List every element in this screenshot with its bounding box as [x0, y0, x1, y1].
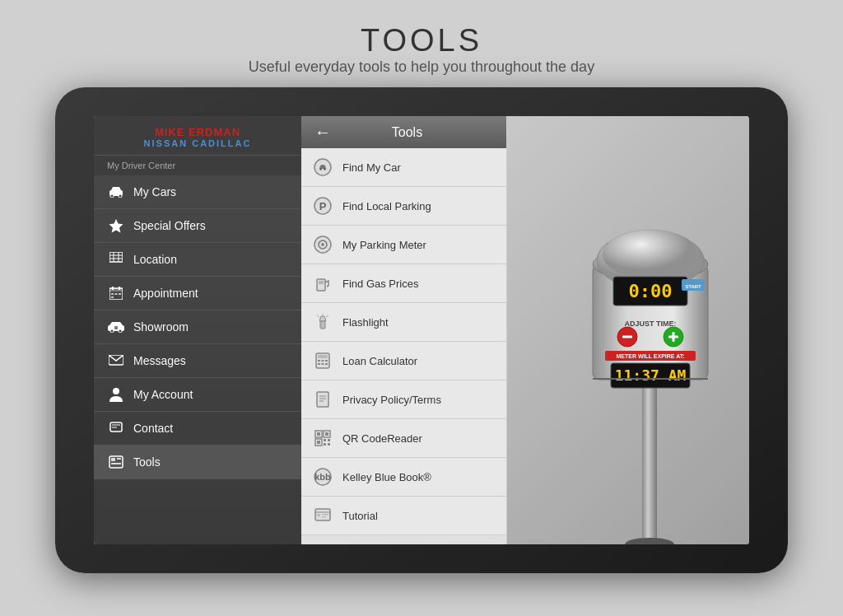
- sidebar-item-my-account[interactable]: My Account: [94, 378, 301, 412]
- svg-point-33: [319, 168, 321, 170]
- svg-point-3: [119, 194, 122, 198]
- svg-rect-5: [109, 252, 123, 262]
- sidebar-label-location: Location: [133, 253, 177, 266]
- brand-name-line2: NISSAN CADILLAC: [144, 138, 252, 148]
- svg-text:ADJUST TIME:: ADJUST TIME:: [625, 320, 677, 328]
- svg-rect-29: [111, 458, 115, 461]
- svg-rect-11: [109, 288, 123, 292]
- sidebar: MIKE ERDMAN NISSAN CADILLAC My Driver Ce…: [94, 116, 301, 544]
- svg-rect-15: [115, 293, 118, 295]
- tool-label-kelley-blue-book: Kelley Blue Book®: [342, 471, 431, 483]
- svg-text:0:00: 0:00: [629, 281, 673, 301]
- svg-rect-16: [119, 293, 121, 295]
- privacy-policy-icon: [311, 388, 334, 411]
- tool-item-tutorial[interactable]: Tutorial: [301, 497, 506, 535]
- sidebar-item-tools[interactable]: Tools: [94, 446, 301, 479]
- svg-rect-84: [622, 336, 632, 338]
- brand-name-line1: MIKE ERDMAN: [155, 126, 240, 138]
- svg-rect-56: [317, 432, 320, 436]
- svg-rect-51: [317, 392, 328, 407]
- tool-label-find-gas-prices: Find Gas Prices: [342, 278, 418, 290]
- contact-icon: [107, 419, 125, 437]
- tools-panel-title: Tools: [338, 125, 477, 140]
- loan-calculator-icon: [311, 349, 334, 372]
- svg-point-20: [110, 329, 114, 333]
- sidebar-label-my-account: My Account: [133, 388, 193, 401]
- svg-text:START: START: [685, 284, 701, 289]
- tool-item-privacy-policy[interactable]: Privacy Policy/Terms: [301, 380, 506, 419]
- sidebar-item-my-cars[interactable]: My Cars: [94, 175, 301, 209]
- car-icon: [107, 183, 125, 201]
- svg-rect-69: [317, 514, 320, 516]
- find-local-parking-icon: P: [311, 194, 334, 217]
- brand-logo: MIKE ERDMAN NISSAN CADILLAC: [94, 116, 301, 156]
- svg-rect-60: [317, 441, 320, 444]
- svg-point-34: [324, 168, 325, 170]
- svg-point-21: [119, 329, 122, 333]
- svg-rect-31: [111, 463, 121, 464]
- sidebar-item-contact[interactable]: Contact: [94, 412, 301, 446]
- svg-rect-62: [328, 439, 330, 441]
- svg-rect-58: [325, 432, 328, 436]
- sidebar-item-appointment[interactable]: Appointment: [94, 277, 301, 310]
- svg-text:METER WILL EXPIRE AT:: METER WILL EXPIRE AT:: [616, 353, 684, 359]
- svg-point-24: [113, 388, 119, 394]
- calendar-icon: [107, 284, 125, 302]
- tutorial-icon: [311, 504, 334, 527]
- back-button[interactable]: ←: [314, 123, 331, 142]
- star-icon: [107, 217, 125, 235]
- tools-panel-header: ← Tools: [301, 116, 506, 148]
- my-parking-meter-icon: [311, 233, 334, 256]
- account-icon: [107, 385, 125, 404]
- flashlight-icon: [311, 310, 334, 334]
- find-my-car-icon: [311, 156, 334, 179]
- tool-item-qr-code-reader[interactable]: QR CodeReader: [301, 419, 506, 458]
- page-header: TOOLS Useful everyday tools to help you …: [249, 0, 594, 87]
- sidebar-item-location[interactable]: Location: [94, 243, 301, 277]
- svg-rect-30: [117, 458, 121, 460]
- svg-point-2: [110, 194, 114, 198]
- tools-list-panel: ← Tools Find My Car: [301, 116, 507, 544]
- svg-rect-48: [318, 363, 320, 365]
- sidebar-item-messages[interactable]: Messages: [94, 344, 301, 378]
- tool-label-loan-calculator: Loan Calculator: [342, 355, 417, 367]
- tool-label-find-local-parking: Find Local Parking: [342, 200, 431, 212]
- parking-meter-illustration: 0:00 START ADJUST TIME: METER WILL EXPIR…: [560, 116, 749, 544]
- tool-item-kelley-blue-book[interactable]: kbb Kelley Blue Book®: [301, 458, 506, 497]
- tools-icon: [107, 453, 125, 471]
- page-title: TOOLS: [249, 23, 594, 58]
- app-screen: MIKE ERDMAN NISSAN CADILLAC My Driver Ce…: [94, 116, 749, 544]
- tool-item-loan-calculator[interactable]: Loan Calculator: [301, 342, 506, 380]
- svg-rect-42: [320, 321, 325, 329]
- svg-rect-46: [322, 360, 324, 362]
- messages-icon: [107, 352, 125, 370]
- qr-code-reader-icon: [311, 427, 334, 450]
- tool-label-privacy-policy: Privacy Policy/Terms: [342, 394, 441, 406]
- sidebar-label-showroom: Showroom: [133, 320, 189, 334]
- sidebar-label-my-cars: My Cars: [133, 185, 176, 198]
- svg-rect-14: [111, 293, 114, 295]
- sidebar-item-showroom[interactable]: Showroom: [94, 310, 301, 344]
- svg-rect-70: [322, 514, 328, 516]
- tool-item-find-gas-prices[interactable]: Find Gas Prices: [301, 264, 506, 303]
- sidebar-label-messages: Messages: [133, 354, 186, 367]
- svg-marker-1: [111, 187, 121, 190]
- sidebar-label-special-offers: Special Offers: [133, 219, 206, 232]
- sidebar-label-appointment: Appointment: [133, 287, 198, 300]
- svg-rect-87: [673, 332, 675, 342]
- svg-rect-61: [324, 439, 326, 441]
- tool-item-my-parking-meter[interactable]: My Parking Meter: [301, 226, 506, 264]
- tool-item-flashlight[interactable]: Flashlight: [301, 303, 506, 342]
- svg-rect-71: [322, 516, 326, 518]
- sidebar-label-tools: Tools: [133, 455, 161, 469]
- tool-item-find-my-car[interactable]: Find My Car: [301, 148, 506, 187]
- svg-rect-63: [324, 443, 326, 446]
- svg-rect-64: [328, 443, 330, 446]
- svg-marker-19: [109, 322, 123, 325]
- svg-rect-22: [114, 326, 118, 329]
- tool-item-find-local-parking[interactable]: P Find Local Parking: [301, 187, 506, 226]
- svg-rect-72: [642, 363, 657, 544]
- map-icon: [107, 250, 125, 268]
- sidebar-label-contact: Contact: [133, 422, 173, 435]
- sidebar-item-special-offers[interactable]: Special Offers: [94, 209, 301, 243]
